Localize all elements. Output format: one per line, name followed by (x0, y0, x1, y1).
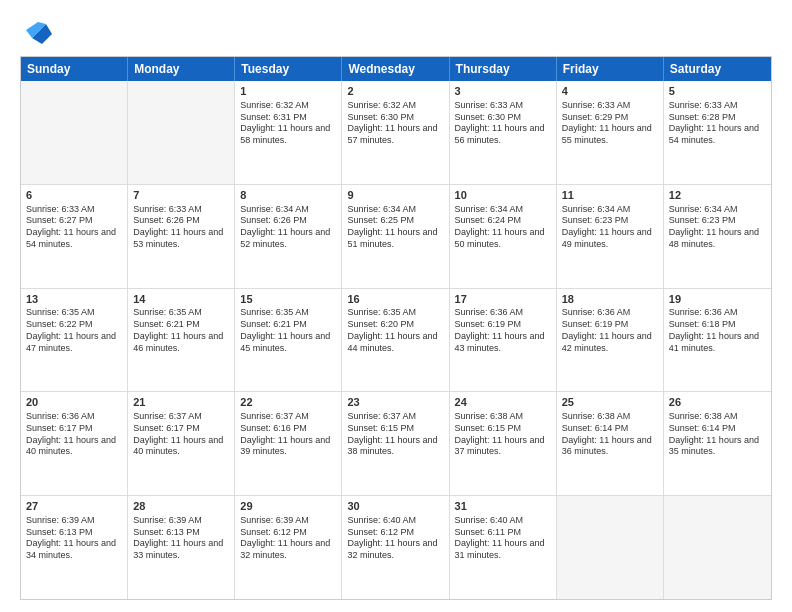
cell-info: Sunrise: 6:36 AMSunset: 6:17 PMDaylight:… (26, 411, 122, 458)
calendar-cell: 19Sunrise: 6:36 AMSunset: 6:18 PMDayligh… (664, 289, 771, 392)
day-number: 14 (133, 292, 229, 307)
calendar-cell: 14Sunrise: 6:35 AMSunset: 6:21 PMDayligh… (128, 289, 235, 392)
calendar-cell: 29Sunrise: 6:39 AMSunset: 6:12 PMDayligh… (235, 496, 342, 599)
cell-info: Sunrise: 6:38 AMSunset: 6:14 PMDaylight:… (562, 411, 658, 458)
cell-info: Sunrise: 6:33 AMSunset: 6:28 PMDaylight:… (669, 100, 766, 147)
cell-info: Sunrise: 6:35 AMSunset: 6:22 PMDaylight:… (26, 307, 122, 354)
cell-info: Sunrise: 6:35 AMSunset: 6:21 PMDaylight:… (240, 307, 336, 354)
cell-info: Sunrise: 6:35 AMSunset: 6:21 PMDaylight:… (133, 307, 229, 354)
calendar-cell (664, 496, 771, 599)
logo (20, 16, 54, 46)
cell-info: Sunrise: 6:34 AMSunset: 6:24 PMDaylight:… (455, 204, 551, 251)
calendar: SundayMondayTuesdayWednesdayThursdayFrid… (20, 56, 772, 600)
calendar-body: 1Sunrise: 6:32 AMSunset: 6:31 PMDaylight… (21, 81, 771, 599)
header-day-monday: Monday (128, 57, 235, 81)
day-number: 25 (562, 395, 658, 410)
calendar-cell (128, 81, 235, 184)
day-number: 12 (669, 188, 766, 203)
day-number: 6 (26, 188, 122, 203)
calendar-cell: 23Sunrise: 6:37 AMSunset: 6:15 PMDayligh… (342, 392, 449, 495)
day-number: 9 (347, 188, 443, 203)
day-number: 31 (455, 499, 551, 514)
calendar-cell: 28Sunrise: 6:39 AMSunset: 6:13 PMDayligh… (128, 496, 235, 599)
page: SundayMondayTuesdayWednesdayThursdayFrid… (0, 0, 792, 612)
day-number: 26 (669, 395, 766, 410)
calendar-header: SundayMondayTuesdayWednesdayThursdayFrid… (21, 57, 771, 81)
calendar-row-4: 20Sunrise: 6:36 AMSunset: 6:17 PMDayligh… (21, 391, 771, 495)
cell-info: Sunrise: 6:36 AMSunset: 6:19 PMDaylight:… (562, 307, 658, 354)
cell-info: Sunrise: 6:40 AMSunset: 6:12 PMDaylight:… (347, 515, 443, 562)
cell-info: Sunrise: 6:36 AMSunset: 6:18 PMDaylight:… (669, 307, 766, 354)
day-number: 20 (26, 395, 122, 410)
calendar-cell: 27Sunrise: 6:39 AMSunset: 6:13 PMDayligh… (21, 496, 128, 599)
day-number: 28 (133, 499, 229, 514)
logo-icon (24, 16, 54, 46)
day-number: 3 (455, 84, 551, 99)
cell-info: Sunrise: 6:37 AMSunset: 6:17 PMDaylight:… (133, 411, 229, 458)
cell-info: Sunrise: 6:32 AMSunset: 6:30 PMDaylight:… (347, 100, 443, 147)
cell-info: Sunrise: 6:37 AMSunset: 6:15 PMDaylight:… (347, 411, 443, 458)
day-number: 5 (669, 84, 766, 99)
day-number: 2 (347, 84, 443, 99)
calendar-cell: 17Sunrise: 6:36 AMSunset: 6:19 PMDayligh… (450, 289, 557, 392)
header-day-tuesday: Tuesday (235, 57, 342, 81)
calendar-cell: 11Sunrise: 6:34 AMSunset: 6:23 PMDayligh… (557, 185, 664, 288)
header-day-wednesday: Wednesday (342, 57, 449, 81)
calendar-row-1: 1Sunrise: 6:32 AMSunset: 6:31 PMDaylight… (21, 81, 771, 184)
day-number: 8 (240, 188, 336, 203)
calendar-cell: 22Sunrise: 6:37 AMSunset: 6:16 PMDayligh… (235, 392, 342, 495)
calendar-cell: 18Sunrise: 6:36 AMSunset: 6:19 PMDayligh… (557, 289, 664, 392)
day-number: 11 (562, 188, 658, 203)
calendar-cell: 15Sunrise: 6:35 AMSunset: 6:21 PMDayligh… (235, 289, 342, 392)
calendar-cell: 20Sunrise: 6:36 AMSunset: 6:17 PMDayligh… (21, 392, 128, 495)
cell-info: Sunrise: 6:37 AMSunset: 6:16 PMDaylight:… (240, 411, 336, 458)
calendar-cell: 5Sunrise: 6:33 AMSunset: 6:28 PMDaylight… (664, 81, 771, 184)
cell-info: Sunrise: 6:33 AMSunset: 6:30 PMDaylight:… (455, 100, 551, 147)
day-number: 18 (562, 292, 658, 307)
calendar-cell (557, 496, 664, 599)
calendar-cell: 24Sunrise: 6:38 AMSunset: 6:15 PMDayligh… (450, 392, 557, 495)
calendar-cell: 9Sunrise: 6:34 AMSunset: 6:25 PMDaylight… (342, 185, 449, 288)
cell-info: Sunrise: 6:39 AMSunset: 6:12 PMDaylight:… (240, 515, 336, 562)
calendar-cell: 21Sunrise: 6:37 AMSunset: 6:17 PMDayligh… (128, 392, 235, 495)
cell-info: Sunrise: 6:33 AMSunset: 6:27 PMDaylight:… (26, 204, 122, 251)
day-number: 15 (240, 292, 336, 307)
calendar-row-3: 13Sunrise: 6:35 AMSunset: 6:22 PMDayligh… (21, 288, 771, 392)
cell-info: Sunrise: 6:34 AMSunset: 6:25 PMDaylight:… (347, 204, 443, 251)
calendar-cell: 26Sunrise: 6:38 AMSunset: 6:14 PMDayligh… (664, 392, 771, 495)
calendar-row-5: 27Sunrise: 6:39 AMSunset: 6:13 PMDayligh… (21, 495, 771, 599)
calendar-cell: 25Sunrise: 6:38 AMSunset: 6:14 PMDayligh… (557, 392, 664, 495)
calendar-cell: 6Sunrise: 6:33 AMSunset: 6:27 PMDaylight… (21, 185, 128, 288)
cell-info: Sunrise: 6:33 AMSunset: 6:29 PMDaylight:… (562, 100, 658, 147)
calendar-cell: 13Sunrise: 6:35 AMSunset: 6:22 PMDayligh… (21, 289, 128, 392)
calendar-row-2: 6Sunrise: 6:33 AMSunset: 6:27 PMDaylight… (21, 184, 771, 288)
cell-info: Sunrise: 6:34 AMSunset: 6:23 PMDaylight:… (562, 204, 658, 251)
day-number: 24 (455, 395, 551, 410)
cell-info: Sunrise: 6:39 AMSunset: 6:13 PMDaylight:… (133, 515, 229, 562)
header-day-sunday: Sunday (21, 57, 128, 81)
cell-info: Sunrise: 6:32 AMSunset: 6:31 PMDaylight:… (240, 100, 336, 147)
day-number: 7 (133, 188, 229, 203)
day-number: 21 (133, 395, 229, 410)
header-day-saturday: Saturday (664, 57, 771, 81)
day-number: 16 (347, 292, 443, 307)
day-number: 19 (669, 292, 766, 307)
day-number: 27 (26, 499, 122, 514)
day-number: 22 (240, 395, 336, 410)
day-number: 29 (240, 499, 336, 514)
day-number: 17 (455, 292, 551, 307)
calendar-cell: 31Sunrise: 6:40 AMSunset: 6:11 PMDayligh… (450, 496, 557, 599)
calendar-cell (21, 81, 128, 184)
calendar-cell: 12Sunrise: 6:34 AMSunset: 6:23 PMDayligh… (664, 185, 771, 288)
cell-info: Sunrise: 6:34 AMSunset: 6:26 PMDaylight:… (240, 204, 336, 251)
cell-info: Sunrise: 6:33 AMSunset: 6:26 PMDaylight:… (133, 204, 229, 251)
header-day-friday: Friday (557, 57, 664, 81)
calendar-cell: 30Sunrise: 6:40 AMSunset: 6:12 PMDayligh… (342, 496, 449, 599)
cell-info: Sunrise: 6:38 AMSunset: 6:14 PMDaylight:… (669, 411, 766, 458)
header-day-thursday: Thursday (450, 57, 557, 81)
cell-info: Sunrise: 6:36 AMSunset: 6:19 PMDaylight:… (455, 307, 551, 354)
cell-info: Sunrise: 6:39 AMSunset: 6:13 PMDaylight:… (26, 515, 122, 562)
day-number: 13 (26, 292, 122, 307)
cell-info: Sunrise: 6:34 AMSunset: 6:23 PMDaylight:… (669, 204, 766, 251)
calendar-cell: 4Sunrise: 6:33 AMSunset: 6:29 PMDaylight… (557, 81, 664, 184)
